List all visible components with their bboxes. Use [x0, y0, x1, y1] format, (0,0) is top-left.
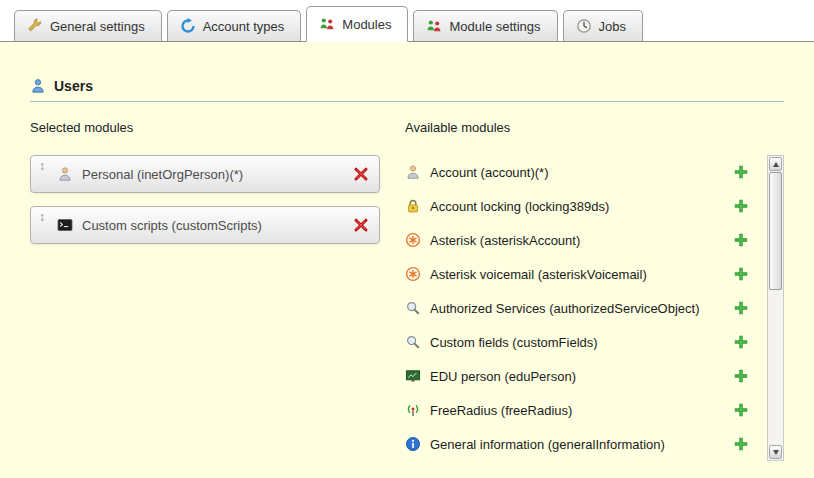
section-divider	[30, 101, 784, 102]
add-icon[interactable]	[733, 164, 749, 180]
available-module-row: Account (account)(*)	[405, 155, 761, 189]
add-icon[interactable]	[733, 334, 749, 350]
module-label: Account (account)(*)	[430, 165, 549, 180]
scroll-up-icon	[773, 162, 779, 167]
available-module-row: Custom fields (customFields)	[405, 325, 761, 359]
available-modules-heading: Available modules	[405, 120, 784, 135]
tab-jobs[interactable]: Jobs	[563, 10, 643, 41]
delete-icon[interactable]	[353, 166, 369, 182]
module-label: Asterisk (asteriskAccount)	[430, 233, 580, 248]
module-label: EDU person (eduPerson)	[430, 369, 576, 384]
add-icon[interactable]	[733, 266, 749, 282]
tab-general-settings[interactable]: General settings	[14, 10, 162, 41]
available-modules-column: Available modules Account (account)(*) A…	[405, 120, 784, 461]
scroll-down-icon	[773, 450, 779, 455]
add-icon[interactable]	[733, 368, 749, 384]
jobs-icon	[576, 18, 592, 34]
available-module-row: Authorized Services (authorizedServiceOb…	[405, 291, 761, 325]
available-module-row: Asterisk voicemail (asteriskVoicemail)	[405, 257, 761, 291]
add-icon[interactable]	[733, 436, 749, 452]
available-module-row: Asterisk (asteriskAccount)	[405, 223, 761, 257]
available-module-row: EDU person (eduPerson)	[405, 359, 761, 393]
scrollbar-up-button[interactable]	[769, 157, 782, 171]
account-icon	[405, 164, 421, 180]
available-module-row: Account locking (locking389ds)	[405, 189, 761, 223]
tab-label: General settings	[50, 19, 145, 34]
drag-handle-icon[interactable]: ↕	[39, 156, 45, 173]
available-modules-list: Account (account)(*) Account locking (lo…	[405, 155, 761, 461]
tab-label: Modules	[342, 17, 391, 32]
scrollbar-down-button[interactable]	[769, 445, 782, 459]
selected-modules-heading: Selected modules	[30, 120, 405, 135]
section-header: Users	[30, 42, 784, 94]
asterisk-icon	[405, 232, 421, 248]
module-label: Account locking (locking389ds)	[430, 199, 609, 214]
radius-icon	[405, 402, 421, 418]
selected-module-row[interactable]: ↕ Custom scripts (customScripts)	[30, 206, 380, 244]
add-icon[interactable]	[733, 402, 749, 418]
available-modules-wrap: Account (account)(*) Account locking (lo…	[405, 155, 784, 461]
modules-icon	[319, 16, 335, 32]
drag-handle-icon[interactable]: ↕	[39, 207, 45, 224]
user-icon	[30, 78, 46, 94]
wrench-icon	[27, 18, 43, 34]
add-icon[interactable]	[733, 198, 749, 214]
selected-modules-list: ↕ Personal (inetOrgPerson)(*) ↕ Custom s…	[30, 155, 405, 244]
info-icon	[405, 436, 421, 452]
edu-icon	[405, 368, 421, 384]
tab-bar: General settings Account types Modules M…	[0, 0, 814, 42]
personal-icon	[57, 166, 73, 182]
account-types-icon	[180, 18, 196, 34]
available-module-row: General information (generalInformation)	[405, 427, 761, 461]
selected-modules-column: Selected modules ↕ Personal (inetOrgPers…	[30, 120, 405, 461]
delete-icon[interactable]	[353, 217, 369, 233]
tab-label: Module settings	[449, 19, 540, 34]
add-icon[interactable]	[733, 232, 749, 248]
magnifier-icon	[405, 334, 421, 350]
module-label: Asterisk voicemail (asteriskVoicemail)	[430, 267, 647, 282]
module-label: Authorized Services (authorizedServiceOb…	[430, 301, 700, 316]
available-module-row: FreeRadius (freeRadius)	[405, 393, 761, 427]
module-label: Custom scripts (customScripts)	[82, 218, 353, 233]
module-settings-icon	[426, 18, 442, 34]
selected-module-row[interactable]: ↕ Personal (inetOrgPerson)(*)	[30, 155, 380, 193]
tab-account-types[interactable]: Account types	[167, 10, 302, 41]
scrollbar-thumb[interactable]	[769, 172, 782, 290]
tab-module-settings[interactable]: Module settings	[413, 10, 557, 41]
lock-icon	[405, 198, 421, 214]
modules-columns: Selected modules ↕ Personal (inetOrgPers…	[30, 120, 784, 461]
module-label: Personal (inetOrgPerson)(*)	[82, 167, 353, 182]
scrollbar[interactable]	[767, 155, 784, 461]
module-label: Custom fields (customFields)	[430, 335, 598, 350]
magnifier-icon	[405, 300, 421, 316]
section-title: Users	[54, 78, 93, 94]
tab-modules[interactable]: Modules	[306, 6, 408, 42]
module-label: FreeRadius (freeRadius)	[430, 403, 572, 418]
content-area: Users Selected modules ↕ Personal (inetO…	[0, 42, 814, 478]
tab-label: Jobs	[599, 19, 626, 34]
asterisk-icon	[405, 266, 421, 282]
terminal-icon	[57, 217, 73, 233]
add-icon[interactable]	[733, 300, 749, 316]
tab-label: Account types	[203, 19, 285, 34]
module-label: General information (generalInformation)	[430, 437, 665, 452]
